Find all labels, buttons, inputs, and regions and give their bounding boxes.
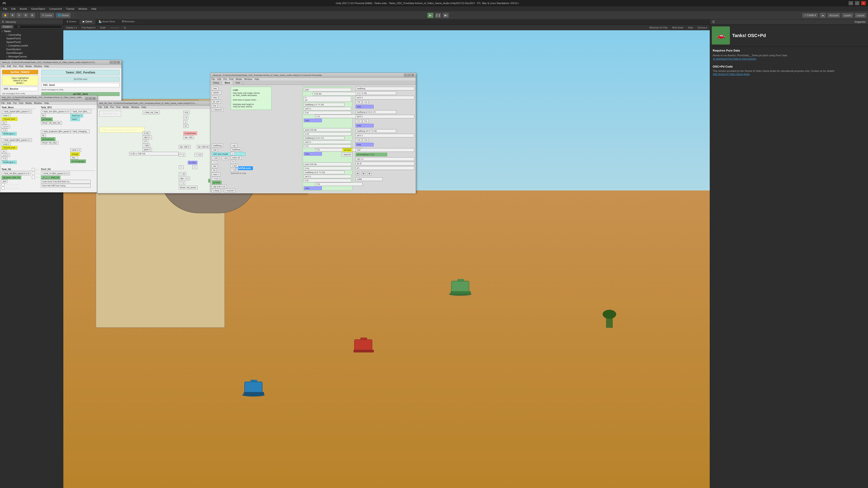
- music-switch-tilde[interactable]: switch~: [212, 91, 221, 94]
- node-dollar1-fire[interactable]: $1: [41, 114, 46, 118]
- node-f21-fr[interactable]: f 21: [363, 119, 369, 123]
- tab-scene[interactable]: ⊕ Scene: [63, 20, 80, 25]
- node-bp-400[interactable]: bp~ 400 4: [179, 145, 191, 149]
- node-tank-speed-1[interactable]: r Tank_Speed @hv_param 0 1: [2, 110, 32, 113]
- music-max-2[interactable]: max 2: [212, 173, 220, 176]
- node-0-5[interactable]: 0.5(: [183, 111, 190, 114]
- node-star-tilde-1[interactable]: *~ 1: [179, 153, 185, 157]
- node-throw-sfx-tank[interactable]: throw~ sfx_tank_fire: [41, 121, 62, 125]
- node-tankturn-1[interactable]: TankTurn 1: [70, 114, 83, 118]
- scale-tool-btn[interactable]: ⊞: [23, 13, 29, 18]
- node-0-75[interactable]: 0.75(: [143, 131, 150, 135]
- node-tank-hit[interactable]: r Tank_Hit @hv_param 0 1 0: [2, 172, 30, 175]
- account-btn[interactable]: Account: [827, 13, 840, 18]
- sovga-tanks-btn[interactable]: SoVGA_TANKS!: [2, 70, 38, 74]
- music-f-hash[interactable]: f #: [231, 160, 236, 164]
- music-div-100[interactable]: / 100: [212, 156, 219, 160]
- node-plus-zero-2[interactable]: + 0: [2, 157, 7, 160]
- node-f25-fr[interactable]: f 25: [355, 100, 362, 104]
- music-menu-file[interactable]: File: [211, 78, 215, 80]
- node-zero-1[interactable]: 0 (: [2, 121, 7, 125]
- node-star-tilde-a[interactable]: *~: [179, 165, 184, 169]
- hierarchy-item-messagecanvas[interactable]: ▸ MessageCanvas: [0, 55, 63, 58]
- node-loadbang-3-music[interactable]: loadbang 10 0 7 0 23(: [304, 170, 344, 174]
- gizmos-btn[interactable]: Gizmos ▾: [696, 26, 708, 29]
- node-throw-sfx-misc[interactable]: throw~ sfx_misc: [41, 141, 58, 144]
- step-btn[interactable]: ▶|: [442, 13, 449, 18]
- hand-tool-btn[interactable]: ✋: [2, 13, 9, 18]
- layers-btn[interactable]: Layers: [842, 13, 853, 18]
- music-maximize[interactable]: □: [408, 74, 411, 77]
- sfx-menu-edit[interactable]: Edit: [7, 102, 11, 104]
- pd-menu-file[interactable]: File: [1, 65, 5, 68]
- music-metro-60[interactable]: metro 60: [231, 156, 242, 160]
- hierarchy-search[interactable]: [14, 25, 62, 29]
- node-vals-fr-1[interactable]: 2 0 7 0 19(: [355, 91, 396, 95]
- tank-hit-rock-check[interactable]: [2, 187, 4, 190]
- minimize-btn[interactable]: —: [848, 1, 853, 5]
- node-rseq-fr-2[interactable]: rseq: [355, 124, 374, 127]
- tab-animator[interactable]: 🎞 Animator: [119, 20, 138, 25]
- tree-menu-file[interactable]: File: [98, 106, 102, 108]
- node-zero-2[interactable]: 0 (: [2, 150, 7, 153]
- node-rseq-fr-1[interactable]: rseq: [355, 105, 374, 108]
- node-r-bassvol[interactable]: r bassVol: [341, 153, 352, 156]
- sfx-menu-file[interactable]: File: [1, 102, 5, 104]
- node-pd-bass-music[interactable]: pd bass: [342, 148, 352, 152]
- aspect-selector[interactable]: Free Aspect ▾: [80, 26, 97, 29]
- tab-game[interactable]: ▶ Game: [80, 20, 95, 25]
- close-x-3[interactable]: ✕: [367, 172, 371, 175]
- node-1-const[interactable]: 1: [183, 120, 187, 124]
- music-20[interactable]: 20: [212, 168, 217, 172]
- node-pois-3[interactable]: pois 0.02 tan: [304, 162, 351, 166]
- node-pd-beatdelay2[interactable]: pd beatdelay2 1/14: [355, 153, 387, 156]
- node-mi-1[interactable]: 0mi: [304, 96, 351, 102]
- node-tank-turn[interactable]: r Tank_Turn @hv_...: [70, 110, 91, 113]
- tree-menu-edit[interactable]: Edit: [104, 106, 108, 108]
- pivot-btn[interactable]: ⊙ Center: [40, 13, 54, 18]
- node-outlet[interactable]: outlet: [355, 177, 383, 181]
- hierarchy-root[interactable]: ▾ Tanks!: [0, 29, 63, 33]
- music-menu-edit[interactable]: Edit: [217, 78, 221, 80]
- node-mi-2[interactable]: 0 mi: [304, 132, 351, 136]
- pd-tab-kick[interactable]: Kick: [233, 81, 243, 85]
- music-menu-media[interactable]: Media: [236, 78, 242, 80]
- node-pois-2[interactable]: pois 0.02 tan: [304, 128, 351, 132]
- menu-file[interactable]: File: [1, 7, 9, 11]
- node-sel-fr-2[interactable]: sel 0 1: [355, 115, 414, 119]
- node-sel-fr-1[interactable]: sel 0 1: [355, 96, 414, 99]
- music-s-tick[interactable]: s tick: [231, 164, 238, 168]
- node-route-2[interactable]: route 2: [2, 142, 11, 146]
- pause-btn[interactable]: ❙❙: [435, 13, 441, 18]
- node-pd-explosion[interactable]: pd Explosion: [41, 137, 55, 141]
- sfx-menu-media[interactable]: Media: [26, 102, 32, 104]
- node-f17[interactable]: f 17: [304, 144, 351, 148]
- space-btn[interactable]: 🌐 Global: [56, 13, 71, 18]
- node-tank-charging[interactable]: r Tank_Charging...: [70, 130, 90, 133]
- cloud-btn[interactable]: ☁: [819, 13, 826, 18]
- play-btn[interactable]: ▶: [427, 13, 434, 18]
- move-tool-btn[interactable]: ✥: [9, 13, 16, 18]
- pd-menu-put[interactable]: Put: [13, 65, 17, 68]
- node-sel-01-2[interactable]: sel 0 1: [304, 140, 351, 144]
- node-f25[interactable]: f 25: [304, 111, 351, 115]
- music-inlet-1[interactable]: inlet: [212, 87, 218, 90]
- rotate-tool-btn[interactable]: ↻: [16, 13, 22, 18]
- node-loadbang-fr-3[interactable]: loadbang 10 0 7 0 23(: [355, 129, 396, 133]
- sfx-close[interactable]: ✕: [92, 97, 96, 100]
- node-clip-0-1[interactable]: clip 0 1: [143, 135, 152, 139]
- music-mul-015[interactable]: * 0.15: [212, 177, 220, 180]
- music-close[interactable]: ✕: [411, 74, 414, 77]
- tree-menu-help[interactable]: Help: [142, 106, 146, 108]
- node-tankt[interactable]: TankT...: [70, 118, 80, 121]
- menu-tutorial[interactable]: Tutorial: [64, 7, 76, 11]
- create-btn[interactable]: Create ▾: [1, 25, 13, 29]
- tank-hit-pump-check[interactable]: [32, 168, 35, 171]
- sfx-minimize[interactable]: —: [85, 97, 88, 100]
- node-pd-charging[interactable]: pd chargingpd: [70, 160, 86, 163]
- music-s-dseq[interactable]: s dseq: [212, 189, 221, 193]
- music-pd-titlebar[interactable]: _Music.pd - D:/SoVGA/PureData/Tanks_OSC_…: [211, 73, 416, 78]
- sfx-menu-find[interactable]: Find: [19, 102, 23, 104]
- tree-menu-media[interactable]: Media: [123, 106, 129, 108]
- pd-tab-bass[interactable]: Bass: [222, 81, 233, 85]
